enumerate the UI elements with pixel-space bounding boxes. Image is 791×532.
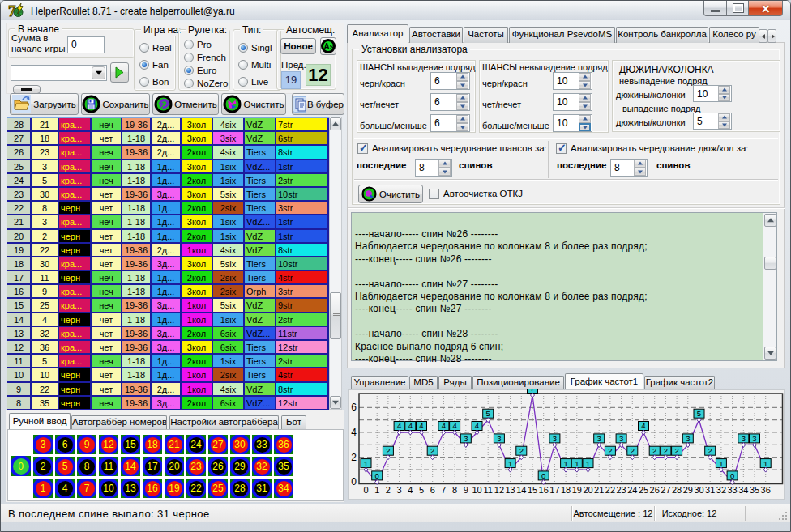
svg-text:4: 4 xyxy=(419,421,423,430)
svg-text:4: 4 xyxy=(408,421,413,430)
svg-text:7: 7 xyxy=(441,485,446,495)
svg-text:20: 20 xyxy=(583,485,592,495)
svg-text:2: 2 xyxy=(351,452,357,463)
svg-text:4: 4 xyxy=(641,421,645,430)
svg-text:31: 31 xyxy=(705,485,715,495)
svg-text:0: 0 xyxy=(541,471,545,480)
svg-text:1: 1 xyxy=(763,459,767,468)
svg-text:2: 2 xyxy=(386,485,391,495)
svg-text:21: 21 xyxy=(594,485,604,495)
svg-text:6: 6 xyxy=(430,485,435,495)
svg-text:3: 3 xyxy=(752,434,756,443)
svg-text:2: 2 xyxy=(631,446,635,455)
svg-text:29: 29 xyxy=(683,485,693,495)
svg-text:18: 18 xyxy=(561,485,571,495)
svg-text:15: 15 xyxy=(528,485,537,495)
svg-text:2: 2 xyxy=(652,446,656,455)
svg-text:3: 3 xyxy=(397,485,402,495)
svg-text:2: 2 xyxy=(674,446,678,455)
svg-text:0: 0 xyxy=(730,471,734,480)
svg-text:12: 12 xyxy=(494,485,504,495)
svg-text:26: 26 xyxy=(650,485,660,495)
svg-text:2: 2 xyxy=(386,446,390,455)
svg-text:32: 32 xyxy=(716,485,726,495)
svg-text:2: 2 xyxy=(430,446,434,455)
svg-text:25: 25 xyxy=(639,485,648,495)
svg-text:11: 11 xyxy=(483,485,492,495)
svg-text:3: 3 xyxy=(686,434,690,443)
svg-text:30: 30 xyxy=(694,485,703,495)
svg-text:3: 3 xyxy=(553,434,557,443)
svg-text:8: 8 xyxy=(452,485,457,495)
svg-text:4: 4 xyxy=(351,427,357,438)
svg-text:2: 2 xyxy=(664,446,668,455)
svg-text:4: 4 xyxy=(408,485,413,495)
svg-text:3: 3 xyxy=(497,434,501,443)
svg-text:3: 3 xyxy=(619,434,623,443)
svg-text:4: 4 xyxy=(452,421,456,430)
svg-text:1: 1 xyxy=(508,459,512,468)
svg-text:2: 2 xyxy=(519,446,524,455)
svg-text:1: 1 xyxy=(575,459,579,468)
svg-text:3: 3 xyxy=(742,434,746,443)
svg-text:19: 19 xyxy=(572,485,582,495)
svg-text:5: 5 xyxy=(697,409,701,418)
svg-text:10: 10 xyxy=(472,485,481,495)
svg-text:36: 36 xyxy=(761,485,771,495)
svg-text:9: 9 xyxy=(464,485,468,495)
svg-text:34: 34 xyxy=(738,485,748,495)
svg-text:6: 6 xyxy=(351,402,357,413)
svg-text:1: 1 xyxy=(586,459,590,468)
svg-text:24: 24 xyxy=(627,485,637,495)
svg-text:22: 22 xyxy=(605,485,615,495)
svg-text:23: 23 xyxy=(616,485,626,495)
svg-text:1: 1 xyxy=(719,459,723,468)
svg-text:28: 28 xyxy=(672,485,682,495)
svg-text:33: 33 xyxy=(727,485,737,495)
svg-text:27: 27 xyxy=(661,485,670,495)
svg-text:1: 1 xyxy=(563,459,567,468)
svg-text:0: 0 xyxy=(351,476,357,487)
svg-text:14: 14 xyxy=(516,485,526,495)
svg-text:3: 3 xyxy=(464,434,468,443)
svg-text:16: 16 xyxy=(539,485,549,495)
svg-text:5: 5 xyxy=(486,409,490,418)
svg-text:1: 1 xyxy=(364,459,368,468)
svg-text:35: 35 xyxy=(750,485,759,495)
svg-text:As: As xyxy=(324,42,335,51)
svg-text:3: 3 xyxy=(597,434,601,443)
svg-text:4: 4 xyxy=(475,421,479,430)
svg-text:0: 0 xyxy=(363,485,368,495)
svg-text:13: 13 xyxy=(505,485,515,495)
svg-text:5: 5 xyxy=(419,485,424,495)
svg-text:1: 1 xyxy=(374,485,379,495)
svg-text:0: 0 xyxy=(375,471,379,480)
svg-text:4: 4 xyxy=(397,421,401,430)
svg-text:2: 2 xyxy=(608,446,612,455)
svg-text:2: 2 xyxy=(708,446,712,455)
svg-text:17: 17 xyxy=(549,485,559,495)
svg-text:4: 4 xyxy=(442,421,446,430)
